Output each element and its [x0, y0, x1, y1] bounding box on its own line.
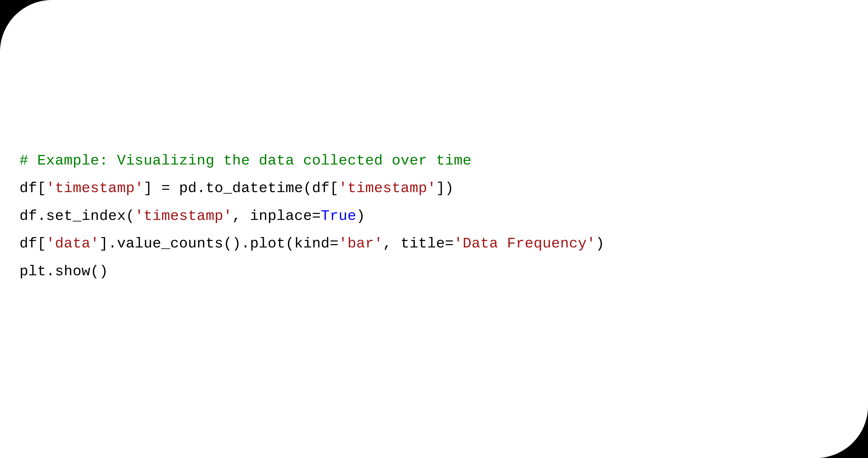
code-token: ]) [436, 180, 454, 196]
code-card: # Example: Visualizing the data collecte… [0, 0, 868, 458]
code-token: ) [596, 235, 604, 252]
code-token: plt.show() [20, 263, 108, 280]
code-keyword: True [321, 208, 356, 224]
code-comment-line1: # Example: Visualizing the data collecte… [20, 152, 471, 169]
code-token: df.set_index( [20, 208, 135, 224]
code-string: 'timestamp' [339, 180, 436, 196]
code-string: 'data' [46, 235, 99, 252]
code-string: 'timestamp' [135, 208, 232, 224]
code-token: , inplace= [232, 208, 321, 224]
code-token: df[ [20, 180, 46, 196]
code-token: ].value_counts().plot(kind= [99, 235, 339, 252]
code-block: # Example: Visualizing the data collecte… [20, 147, 604, 285]
code-token: ) [356, 208, 365, 224]
code-token: ] = pd.to_datetime(df[ [144, 180, 339, 196]
code-string: 'Data Frequency' [454, 235, 596, 252]
code-token: , title= [383, 235, 454, 252]
code-string: 'bar' [339, 235, 383, 252]
code-token: df[ [20, 235, 46, 252]
code-string: 'timestamp' [46, 180, 144, 196]
